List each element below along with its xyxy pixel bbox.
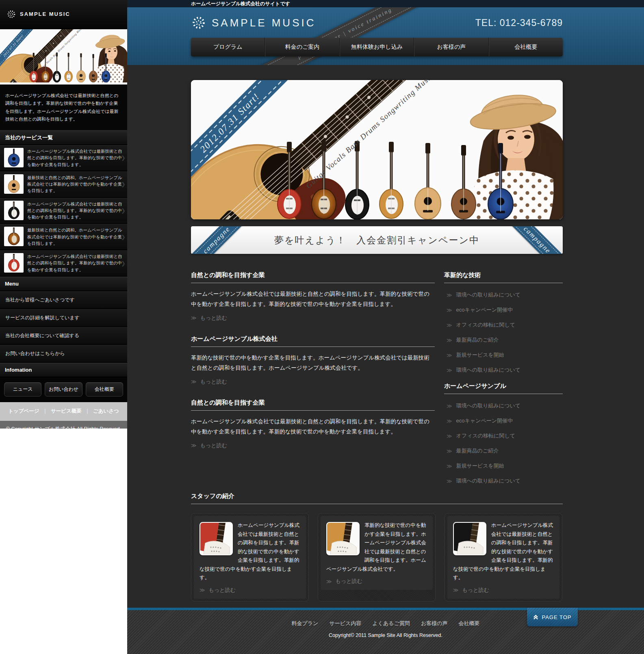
- read-more-link[interactable]: ≫もっと読む: [326, 578, 362, 585]
- news-button[interactable]: ニュース: [4, 382, 41, 396]
- news-link[interactable]: ≫新規サービスを開始: [447, 351, 563, 359]
- news-link[interactable]: ≫オフィスの移転に関して: [447, 432, 563, 440]
- page-top-label: PAGE TOP: [542, 614, 571, 620]
- service-item-text: 最新技術と自然との調和。ホームページサンプル株式会社では革新的な技術で世の中を動…: [27, 174, 124, 194]
- read-more-link[interactable]: ≫もっと読む: [191, 314, 227, 322]
- news-link[interactable]: ≫最新商品のご紹介: [447, 447, 563, 455]
- sidebar-service-item[interactable]: 最新技術と自然との調和。ホームページサンプル株式会社では革新的な技術で世の中を動…: [0, 171, 127, 198]
- double-chevron-icon: ≫: [447, 337, 452, 343]
- nav-company[interactable]: 会社概要: [489, 38, 563, 56]
- sidebar-footer-link-service[interactable]: サービス概要: [51, 408, 82, 415]
- company-button[interactable]: 会社概要: [86, 382, 123, 396]
- nav-free-trial[interactable]: 無料体験お申し込み: [340, 38, 414, 56]
- article-title: 自然との調和を目指す企業: [191, 399, 435, 411]
- natural-guitar-thumb: [4, 174, 24, 194]
- double-chevron-icon: ≫: [447, 322, 452, 328]
- red-guitar-closeup-thumb: [199, 522, 233, 555]
- news-link-label: 環境への取り組みについて: [456, 402, 520, 409]
- read-more-label: もっと読む: [200, 378, 227, 385]
- sidebar-copyright: © Copyright サンプル株式会社 All Rights Reseved.: [0, 421, 127, 429]
- news-link[interactable]: ≫ecoキャンペーン開催中: [447, 417, 563, 424]
- article-body: ホームページサンプル株式会社では最新技術と自然との調和を目指します。革新的な技術…: [191, 417, 435, 437]
- sidebar-service-item[interactable]: ホームページサンプル株式会社では最新技術と自然との調和を目指します。革新的な技術…: [0, 198, 127, 224]
- news-link-label: 環境への取り組みについて: [456, 291, 520, 299]
- campaign-banner: campagne 夢を叶えよう！ 入会金割引キャンペーン中 campagne: [191, 226, 563, 254]
- sidebar-footer-link-top[interactable]: トップページ: [8, 408, 39, 415]
- staff-card: ホームページサンプル株式会社では最新技術と自然との調和を目指します。革新的な技術…: [191, 513, 309, 602]
- campaign-ribbon-right: campagne: [496, 226, 563, 254]
- red-guitar-thumb: [4, 253, 24, 273]
- double-chevron-icon: ≫: [326, 578, 332, 585]
- contact-button[interactable]: お問い合わせ: [45, 382, 82, 396]
- nav-pricing[interactable]: 料金のご案内: [265, 38, 339, 56]
- sidebar-intro-text: ホームページサンプル株式会社では最新技術と自然との調和を目指します。革新的な技術…: [0, 86, 127, 130]
- footer-link-testimonials[interactable]: お客様の声: [421, 620, 448, 627]
- sidebar-header: SAMPLE MUSIC: [0, 0, 127, 28]
- sidebar-footer-link-greeting[interactable]: ごあいさつ: [93, 408, 119, 415]
- staff-cards: ホームページサンプル株式会社では最新技術と自然との調和を目指します。革新的な技術…: [191, 513, 563, 602]
- double-chevron-icon: ≫: [191, 442, 197, 448]
- news-link[interactable]: ≫環境への取り組みについて: [447, 366, 563, 374]
- sidebar-menu-item-contact[interactable]: お問い合わせはこちらから: [0, 345, 127, 363]
- site-footer: PAGE TOP 料金プラン サービス内容 よくあるご質問 お客様の声 会社概要…: [127, 608, 644, 654]
- main-content: campagne 夢を叶えよう！ 入会金割引キャンペーン中 campagne 自…: [191, 65, 563, 602]
- sidebar-menu-item-company[interactable]: 当社の会社概要について確認する: [0, 327, 127, 345]
- page-top-button[interactable]: PAGE TOP: [527, 608, 578, 626]
- news-link-label: ecoキャンペーン開催中: [456, 417, 513, 424]
- separator: ｜: [43, 408, 48, 415]
- news-link-label: ecoキャンペーン開催中: [456, 306, 513, 314]
- sidebar-menu-item-greeting[interactable]: 当社から皆様へごあいさつです: [0, 291, 127, 309]
- read-more-label: もっと読む: [200, 314, 227, 322]
- sidebar-footer-links: トップページ ｜ サービス概要 ｜ ごあいさつ: [0, 402, 127, 421]
- news-link[interactable]: ≫新規サービスを開始: [447, 462, 563, 470]
- service-item-text: ホームページサンプル株式会社では最新技術と自然との調和を目指します。革新的な技術…: [27, 253, 124, 273]
- footer-link-services[interactable]: サービス内容: [329, 620, 361, 627]
- brand-name[interactable]: SAMPLE MUSIC: [212, 17, 316, 29]
- service-item-text: 最新技術と自然との調和。ホームページサンプル株式会社では革新的な技術で世の中を動…: [27, 227, 124, 247]
- sidebar-hero-image: [0, 28, 127, 86]
- footer-link-faq[interactable]: よくあるご質問: [372, 620, 410, 627]
- news-link-label: 環境への取り組みについて: [456, 366, 520, 374]
- double-chevron-icon: ≫: [447, 352, 452, 358]
- read-more-link[interactable]: ≫もっと読む: [191, 378, 227, 385]
- double-chevron-icon: ≫: [199, 587, 205, 593]
- campaign-ribbon-left: campagne: [191, 226, 258, 254]
- news-link[interactable]: ≫環境への取り組みについて: [447, 291, 563, 299]
- news-link[interactable]: ≫ecoキャンペーン開催中: [447, 306, 563, 314]
- news-link[interactable]: ≫オフィスの移転に関して: [447, 321, 563, 329]
- news-link[interactable]: ≫環境への取り組みについて: [447, 477, 563, 485]
- double-chevron-icon: ≫: [447, 292, 452, 298]
- news-link[interactable]: ≫最新商品のご紹介: [447, 336, 563, 344]
- double-chevron-up-icon: [533, 615, 538, 620]
- news-link-label: 環境への取り組みについて: [456, 477, 520, 485]
- sidebar-service-item[interactable]: ホームページサンプル株式会社では最新技術と自然との調和を目指します。革新的な技術…: [0, 250, 127, 277]
- article: 自然との調和を目指す企業 ホームページサンプル株式会社では最新技術と自然との調和…: [191, 271, 435, 322]
- campaign-ribbon-label: campagne: [202, 226, 232, 254]
- sidebar-button-row: ニュース お問い合わせ 会社概要: [0, 377, 127, 402]
- footer-link-company[interactable]: 会社概要: [458, 620, 479, 627]
- campaign-ribbon-label: campagne: [522, 226, 553, 254]
- nav-testimonials[interactable]: お客様の声: [414, 38, 488, 56]
- chevron-right-icon: ❯: [121, 260, 126, 266]
- news-link[interactable]: ≫環境への取り組みについて: [447, 402, 563, 409]
- read-more-link[interactable]: ≫もっと読む: [199, 587, 236, 594]
- sidebar-service-item[interactable]: ホームページサンプル株式会社では最新技術と自然との調和を目指します。革新的な技術…: [0, 145, 127, 171]
- page: SAMPLE MUSIC ホームページサンプル株式会社では最新技術と自然との調和…: [0, 0, 644, 654]
- brand-rosette-icon: [7, 9, 16, 19]
- service-item-text: ホームページサンプル株式会社では最新技術と自然との調和を目指します。革新的な技術…: [27, 201, 124, 221]
- nav-program[interactable]: プログラム: [191, 38, 265, 56]
- news-link-label: オフィスの移転に関して: [456, 321, 515, 329]
- read-more-link[interactable]: ≫もっと読む: [453, 587, 489, 594]
- read-more-link[interactable]: ≫もっと読む: [191, 442, 227, 449]
- sidebar-menu-title: Menu: [0, 277, 127, 291]
- footer-link-pricing[interactable]: 料金プラン: [292, 620, 319, 627]
- staff-card: 革新的な技術で世の中を動かす企業を目指します。ホームページサンプル株式会社では最…: [318, 513, 436, 602]
- sidebar-menu-item-services[interactable]: サービスの詳細を解説しています: [0, 309, 127, 327]
- main-nav: プログラム 料金のご案内 無料体験お申し込み お客様の声 会社概要: [191, 38, 563, 56]
- sidebar-service-item[interactable]: 最新技術と自然との調和。ホームページサンプル株式会社では革新的な技術で世の中を動…: [0, 224, 127, 250]
- article-title: 自然との調和を目指す企業: [191, 271, 435, 283]
- chevron-right-icon: ❯: [121, 155, 126, 161]
- read-more-label: もっと読む: [209, 587, 236, 594]
- double-chevron-icon: ≫: [447, 403, 452, 409]
- news-section-title: ホームページサンプル: [444, 382, 563, 394]
